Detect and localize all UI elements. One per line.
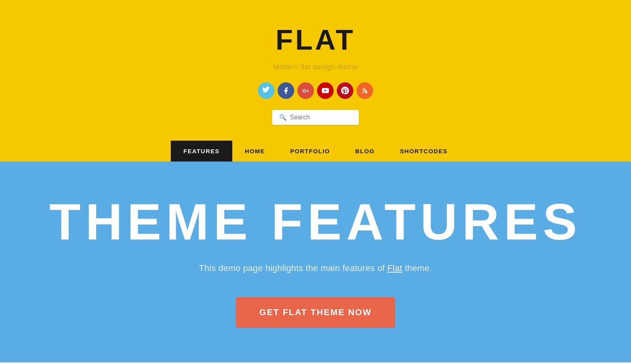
youtube-social-icon[interactable] <box>317 82 334 99</box>
header-section: FLAT Modern flat design theme G+ <box>0 0 631 162</box>
hero-section: THEME FEATURES This demo page highlights… <box>0 162 631 362</box>
search-input[interactable] <box>290 114 352 121</box>
search-box[interactable]: 🔍 <box>272 110 359 125</box>
hero-flat-link[interactable]: Flat <box>387 263 402 273</box>
pinterest-social-icon[interactable] <box>337 82 353 99</box>
twitter-social-icon[interactable] <box>258 82 274 99</box>
nav-item-portfolio[interactable]: PORTFOLIO <box>278 141 343 162</box>
hero-title: THEME FEATURES <box>49 196 582 247</box>
facebook-social-icon[interactable] <box>278 82 294 99</box>
cta-button[interactable]: GET FLAT THEME NOW <box>236 297 396 328</box>
hero-description-suffix: theme. <box>402 263 432 273</box>
nav-item-features[interactable]: FEATURES <box>171 141 232 162</box>
hero-description: This demo page highlights the main featu… <box>199 263 432 273</box>
rss-social-icon[interactable] <box>357 82 373 99</box>
nav-item-blog[interactable]: BLOG <box>343 141 387 162</box>
nav-item-home[interactable]: HOME <box>232 141 278 162</box>
googleplus-social-icon[interactable]: G+ <box>297 82 314 99</box>
social-icons-container: G+ <box>258 82 373 99</box>
hero-description-prefix: This demo page highlights the main featu… <box>199 263 388 273</box>
search-container: 🔍 <box>272 110 359 125</box>
main-navigation: FEATURES HOME PORTFOLIO BLOG SHORTCODES <box>171 141 460 162</box>
search-icon: 🔍 <box>279 114 287 121</box>
site-title: FLAT <box>276 24 356 56</box>
site-tagline: Modern flat design theme <box>273 63 358 71</box>
nav-item-shortcodes[interactable]: SHORTCODES <box>387 141 460 162</box>
